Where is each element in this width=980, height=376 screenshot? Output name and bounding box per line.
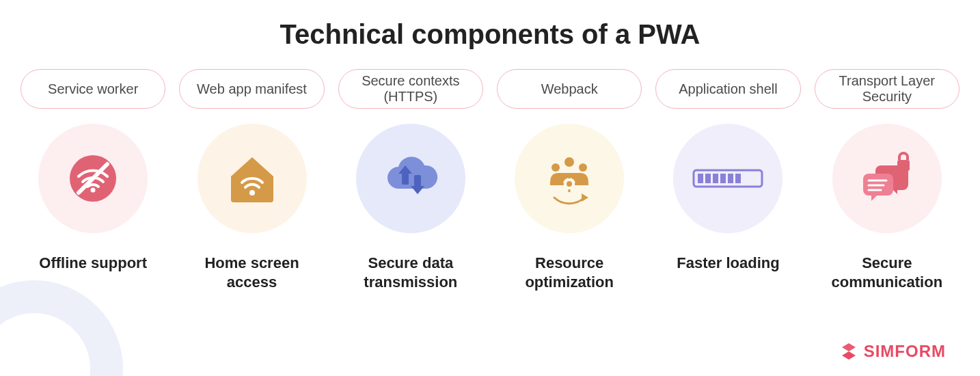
- svg-rect-17: [705, 174, 711, 183]
- pill-label: Application shell: [655, 69, 800, 109]
- component-application-shell: Application shell Faster loading: [655, 69, 800, 291]
- svg-rect-18: [713, 174, 718, 183]
- svg-point-6: [564, 157, 574, 167]
- home-wifi-icon: [224, 150, 280, 206]
- component-caption: Resource optimization: [497, 254, 642, 291]
- icon-circle: [515, 124, 624, 233]
- background-ring-decoration: [0, 280, 123, 376]
- component-webpack: Webpack: [497, 69, 642, 291]
- component-transport-layer-security: Transport Layer Security: [815, 69, 959, 291]
- component-caption: Home screen access: [179, 254, 324, 291]
- cloud-sync-icon: [379, 152, 442, 205]
- component-caption: Faster loading: [677, 254, 779, 273]
- svg-point-3: [249, 190, 255, 196]
- pill-label: Webpack: [497, 69, 642, 109]
- component-caption: Secure data transmission: [338, 254, 483, 291]
- component-secure-contexts: Secure contexts (HTTPS) Secure data tran…: [338, 69, 483, 291]
- svg-point-1: [91, 188, 96, 193]
- team-gear-icon: [539, 150, 599, 207]
- brand-name: SIMFORM: [864, 342, 946, 361]
- svg-rect-20: [728, 174, 733, 183]
- svg-rect-16: [698, 174, 703, 183]
- icon-circle: [832, 124, 942, 233]
- svg-point-8: [579, 163, 587, 172]
- page-title: Technical components of a PWA: [0, 0, 980, 69]
- icon-circle: [673, 124, 782, 233]
- pill-label: Service worker: [21, 69, 165, 109]
- icon-circle: [38, 124, 148, 233]
- components-row: Service worker Offline support Web app m…: [0, 69, 980, 291]
- component-caption: Secure communication: [815, 254, 959, 291]
- icon-circle: [356, 124, 465, 233]
- svg-rect-21: [735, 174, 741, 183]
- pill-label: Secure contexts (HTTPS): [338, 69, 483, 109]
- wifi-offline-icon: [66, 152, 120, 205]
- component-caption: Offline support: [39, 254, 147, 273]
- progress-bar-icon: [692, 166, 763, 191]
- secure-chat-icon: [856, 150, 918, 206]
- component-service-worker: Service worker Offline support: [21, 69, 165, 291]
- brand-logo: SIMFORM: [839, 342, 946, 361]
- component-web-app-manifest: Web app manifest Home screen access: [179, 69, 324, 291]
- svg-point-10: [567, 181, 572, 187]
- pill-label: Transport Layer Security: [815, 69, 959, 109]
- svg-rect-5: [414, 175, 421, 187]
- icon-circle: [198, 124, 307, 233]
- svg-point-7: [552, 163, 560, 172]
- svg-rect-24: [897, 160, 910, 171]
- svg-rect-4: [402, 172, 409, 185]
- svg-rect-19: [720, 174, 726, 183]
- pill-label: Web app manifest: [179, 69, 324, 109]
- simform-logo-icon: [839, 342, 858, 361]
